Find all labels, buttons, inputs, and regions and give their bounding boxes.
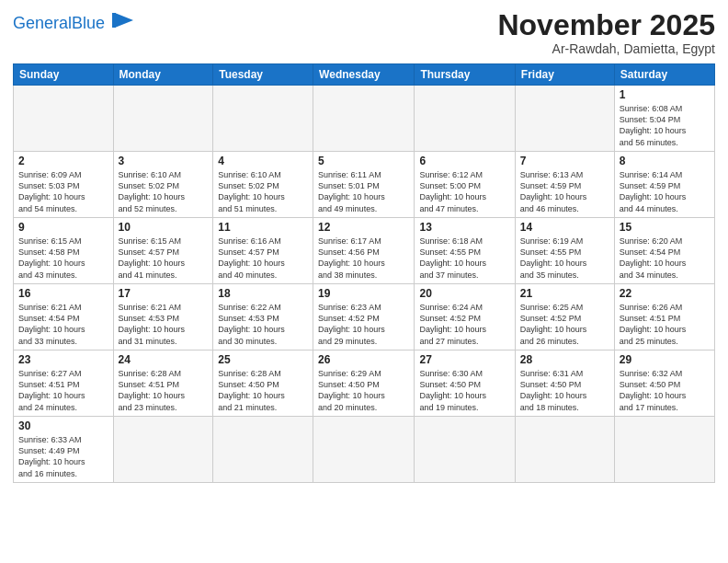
day-info: Sunrise: 6:33 AMSunset: 4:49 PMDaylight:… <box>18 435 85 477</box>
day-16: 16 Sunrise: 6:21 AMSunset: 4:54 PMDaylig… <box>14 284 114 350</box>
day-15: 15 Sunrise: 6:20 AMSunset: 4:54 PMDaylig… <box>614 218 714 284</box>
day-number: 9 <box>18 221 108 234</box>
empty-cell <box>113 417 213 483</box>
day-number: 24 <box>119 353 209 366</box>
day-info: Sunrise: 6:25 AMSunset: 4:52 PMDaylight:… <box>520 303 587 345</box>
col-friday: Friday <box>515 64 614 86</box>
day-1: 1 Sunrise: 6:08 AMSunset: 5:04 PMDayligh… <box>614 86 714 152</box>
day-info: Sunrise: 6:13 AMSunset: 4:59 PMDaylight:… <box>520 170 587 213</box>
day-20: 20 Sunrise: 6:24 AMSunset: 4:52 PMDaylig… <box>415 284 515 350</box>
col-thursday: Thursday <box>415 64 515 86</box>
logo-general: General <box>13 14 72 32</box>
col-tuesday: Tuesday <box>213 64 313 86</box>
month-title: November 2025 <box>497 9 715 41</box>
day-17: 17 Sunrise: 6:21 AMSunset: 4:53 PMDaylig… <box>113 284 213 350</box>
day-number: 26 <box>318 353 409 366</box>
day-26: 26 Sunrise: 6:29 AMSunset: 4:50 PMDaylig… <box>313 350 415 417</box>
day-info: Sunrise: 6:23 AMSunset: 4:52 PMDaylight:… <box>318 303 385 345</box>
calendar-table: Sunday Monday Tuesday Wednesday Thursday… <box>13 63 715 483</box>
day-info: Sunrise: 6:28 AMSunset: 4:50 PMDaylight:… <box>218 369 285 411</box>
day-info: Sunrise: 6:18 AMSunset: 4:55 PMDaylight:… <box>419 236 486 279</box>
day-11: 11 Sunrise: 6:16 AMSunset: 4:57 PMDaylig… <box>213 218 313 284</box>
calendar-row-5: 23 Sunrise: 6:27 AMSunset: 4:51 PMDaylig… <box>14 350 715 417</box>
day-info: Sunrise: 6:20 AMSunset: 4:54 PMDaylight:… <box>620 236 687 279</box>
day-number: 6 <box>419 155 509 167</box>
empty-cell <box>415 417 515 483</box>
calendar-row-3: 9 Sunrise: 6:15 AMSunset: 4:58 PMDayligh… <box>14 218 715 284</box>
day-4: 4 Sunrise: 6:10 AMSunset: 5:02 PMDayligh… <box>213 152 313 218</box>
day-number: 29 <box>620 353 710 366</box>
day-number: 13 <box>419 221 509 234</box>
empty-cell <box>415 86 515 152</box>
day-24: 24 Sunrise: 6:28 AMSunset: 4:51 PMDaylig… <box>113 350 213 417</box>
day-27: 27 Sunrise: 6:30 AMSunset: 4:50 PMDaylig… <box>415 350 515 417</box>
day-7: 7 Sunrise: 6:13 AMSunset: 4:59 PMDayligh… <box>515 152 614 218</box>
day-info: Sunrise: 6:32 AMSunset: 4:50 PMDaylight:… <box>620 369 687 411</box>
empty-cell <box>515 86 614 152</box>
day-number: 3 <box>119 155 209 167</box>
location-title: Ar-Rawdah, Damietta, Egypt <box>497 41 715 56</box>
empty-cell <box>515 417 614 483</box>
day-number: 14 <box>520 221 609 234</box>
svg-marker-0 <box>115 13 133 28</box>
day-13: 13 Sunrise: 6:18 AMSunset: 4:55 PMDaylig… <box>415 218 515 284</box>
calendar-row-4: 16 Sunrise: 6:21 AMSunset: 4:54 PMDaylig… <box>14 284 715 350</box>
day-info: Sunrise: 6:30 AMSunset: 4:50 PMDaylight:… <box>419 369 486 411</box>
day-info: Sunrise: 6:27 AMSunset: 4:51 PMDaylight:… <box>18 369 85 411</box>
day-number: 16 <box>18 287 108 300</box>
day-number: 21 <box>520 287 609 300</box>
empty-cell <box>213 417 313 483</box>
day-number: 18 <box>218 287 308 300</box>
logo-icon <box>108 11 135 33</box>
day-number: 15 <box>620 221 710 234</box>
day-5: 5 Sunrise: 6:11 AMSunset: 5:01 PMDayligh… <box>313 152 415 218</box>
day-10: 10 Sunrise: 6:15 AMSunset: 4:57 PMDaylig… <box>113 218 213 284</box>
day-number: 4 <box>218 155 308 167</box>
day-9: 9 Sunrise: 6:15 AMSunset: 4:58 PMDayligh… <box>14 218 114 284</box>
col-wednesday: Wednesday <box>313 64 415 86</box>
col-sunday: Sunday <box>14 64 114 86</box>
day-19: 19 Sunrise: 6:23 AMSunset: 4:52 PMDaylig… <box>313 284 415 350</box>
day-22: 22 Sunrise: 6:26 AMSunset: 4:51 PMDaylig… <box>614 284 714 350</box>
day-info: Sunrise: 6:21 AMSunset: 4:53 PMDaylight:… <box>119 303 186 345</box>
page: GeneralBlue November 2025 Ar-Rawdah, Dam… <box>0 0 728 563</box>
day-3: 3 Sunrise: 6:10 AMSunset: 5:02 PMDayligh… <box>113 152 213 218</box>
day-number: 12 <box>318 221 409 234</box>
day-info: Sunrise: 6:17 AMSunset: 4:56 PMDaylight:… <box>318 236 385 279</box>
day-number: 20 <box>419 287 509 300</box>
day-info: Sunrise: 6:10 AMSunset: 5:02 PMDaylight:… <box>218 170 285 213</box>
day-number: 19 <box>318 287 409 300</box>
day-number: 22 <box>620 287 710 300</box>
day-number: 11 <box>218 221 308 234</box>
day-18: 18 Sunrise: 6:22 AMSunset: 4:53 PMDaylig… <box>213 284 313 350</box>
day-number: 7 <box>520 155 609 167</box>
day-29: 29 Sunrise: 6:32 AMSunset: 4:50 PMDaylig… <box>614 350 714 417</box>
day-info: Sunrise: 6:09 AMSunset: 5:03 PMDaylight:… <box>18 170 85 213</box>
day-28: 28 Sunrise: 6:31 AMSunset: 4:50 PMDaylig… <box>515 350 614 417</box>
day-8: 8 Sunrise: 6:14 AMSunset: 4:59 PMDayligh… <box>614 152 714 218</box>
empty-cell <box>313 417 415 483</box>
empty-cell <box>14 86 114 152</box>
day-info: Sunrise: 6:26 AMSunset: 4:51 PMDaylight:… <box>620 303 687 345</box>
day-21: 21 Sunrise: 6:25 AMSunset: 4:52 PMDaylig… <box>515 284 614 350</box>
calendar-row-6: 30 Sunrise: 6:33 AMSunset: 4:49 PMDaylig… <box>14 417 715 483</box>
day-info: Sunrise: 6:11 AMSunset: 5:01 PMDaylight:… <box>318 170 385 213</box>
svg-rect-1 <box>112 13 116 28</box>
logo-text: GeneralBlue <box>13 14 105 32</box>
day-info: Sunrise: 6:14 AMSunset: 4:59 PMDaylight:… <box>620 170 687 213</box>
day-number: 10 <box>119 221 209 234</box>
day-info: Sunrise: 6:24 AMSunset: 4:52 PMDaylight:… <box>419 303 486 345</box>
day-6: 6 Sunrise: 6:12 AMSunset: 5:00 PMDayligh… <box>415 152 515 218</box>
day-number: 25 <box>218 353 308 366</box>
day-number: 30 <box>18 419 108 432</box>
header: GeneralBlue November 2025 Ar-Rawdah, Dam… <box>13 9 715 56</box>
day-number: 2 <box>18 155 108 167</box>
day-number: 28 <box>520 353 609 366</box>
day-number: 1 <box>620 88 710 101</box>
day-14: 14 Sunrise: 6:19 AMSunset: 4:55 PMDaylig… <box>515 218 614 284</box>
day-2: 2 Sunrise: 6:09 AMSunset: 5:03 PMDayligh… <box>14 152 114 218</box>
day-number: 27 <box>419 353 509 366</box>
day-info: Sunrise: 6:29 AMSunset: 4:50 PMDaylight:… <box>318 369 385 411</box>
calendar-row-1: 1 Sunrise: 6:08 AMSunset: 5:04 PMDayligh… <box>14 86 715 152</box>
day-number: 8 <box>620 155 710 167</box>
